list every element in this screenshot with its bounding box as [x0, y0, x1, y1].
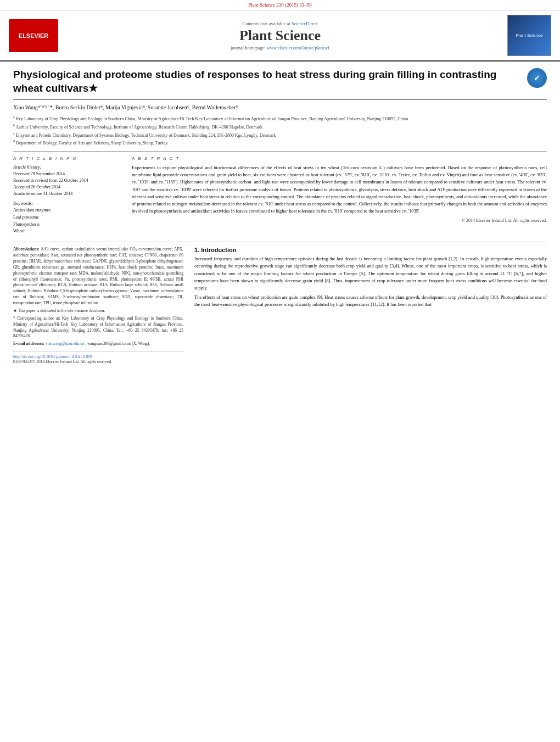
abbreviations-text: Abbreviations: A/Ci curve, carbon assimi…: [13, 247, 183, 306]
journal-reference-bar: Plant Science 230 (2015) 33–50: [0, 0, 560, 10]
footnotes-left: Abbreviations: A/Ci curve, carbon assimi…: [13, 247, 183, 364]
intro-para-2: The effects of heat stress on wheat prod…: [194, 294, 547, 308]
keyword-2: Leaf proteome: [13, 214, 123, 221]
affiliations-section: a Key Laboratory of Crop Physiology and …: [13, 115, 547, 147]
keyword-4: Wheat: [13, 228, 123, 235]
footnotes-area: Abbreviations: A/Ci curve, carbon assimi…: [13, 242, 547, 364]
main-content: Physiological and proteome studies of re…: [0, 62, 560, 373]
email-line: E-mail addresses: xiaowang@njau.edu.cn ,…: [13, 341, 183, 347]
email-label: E-mail addresses:: [13, 341, 44, 346]
doi-link[interactable]: http://dx.doi.org/10.1016/j.plantsci.201…: [13, 354, 183, 359]
journal-cover-area: Plant Science: [491, 15, 551, 56]
keyword-3: Photosynthesis: [13, 221, 123, 228]
accepted-date: Accepted 26 October 2014: [13, 184, 123, 191]
abstract-copyright: © 2014 Elsevier Ireland Ltd. All rights …: [132, 218, 547, 223]
page-header: ELSEVIER Contents lists available at Sci…: [0, 10, 560, 62]
email-sep: , wangxiao209@gmail.com (X. Wang).: [85, 341, 150, 346]
article-history: Article history: Received 29 September 2…: [13, 164, 123, 197]
journal-title: Plant Science: [74, 27, 486, 44]
journal-homepage-text: journal homepage: www.elsevier.com/locat…: [74, 45, 486, 51]
affiliation-c: c Enzyme and Protein Chemistry, Departme…: [13, 131, 547, 139]
journal-info-center: Contents lists available at ScienceDirec…: [74, 21, 486, 51]
history-label: Article history:: [13, 164, 123, 170]
issn-text: 0168-9452/© 2014 Elsevier Ireland Ltd. A…: [13, 359, 183, 364]
affiliation-d: d Department of Biology, Faculty of Arts…: [13, 139, 547, 147]
article-title: Physiological and proteome studies of re…: [13, 68, 522, 95]
journal-cover-image: Plant Science: [507, 15, 551, 56]
keywords-label: Keywords:: [13, 200, 123, 206]
publisher-logo-area: ELSEVIER: [9, 19, 69, 52]
intro-para-1: Increased frequency and duration of high…: [194, 255, 547, 292]
article-info-label: A R T I C L E I N F O: [13, 156, 123, 161]
introduction-text: Increased frequency and duration of high…: [194, 255, 547, 308]
journal-homepage-link[interactable]: www.elsevier.com/locate/plantsci: [267, 45, 329, 51]
abstract-column: A B S T R A C T Experiments to explore p…: [132, 156, 547, 235]
corresponding-note: * Corresponding author at: Key Laborator…: [13, 316, 183, 340]
crossmark-logo: ✓: [527, 68, 547, 88]
introduction-section: 1. Introduction Increased frequency and …: [194, 247, 547, 308]
abstract-text-content: Experiments to explore physiological and…: [132, 165, 547, 214]
keywords-section: Keywords: Antioxidant enzymes Leaf prote…: [13, 200, 123, 235]
abstract-body: Experiments to explore physiological and…: [132, 164, 547, 215]
keyword-1: Antioxidant enzymes: [13, 207, 123, 214]
doi-issn-block: http://dx.doi.org/10.1016/j.plantsci.201…: [13, 352, 183, 364]
elsevier-logo: ELSEVIER: [9, 19, 58, 52]
article-info-abstract-row: A R T I C L E I N F O Article history: R…: [13, 156, 547, 235]
available-date: Available online 31 October 2014: [13, 191, 123, 197]
star-note: ★ This paper is dedicated to the late Su…: [13, 308, 183, 314]
section-divider: [13, 151, 547, 152]
article-title-section: Physiological and proteome studies of re…: [13, 68, 547, 100]
introduction-heading: 1. Introduction: [194, 247, 547, 253]
abbreviations-block: Abbreviations: A/Ci curve, carbon assimi…: [13, 247, 183, 347]
introduction-column: 1. Introduction Increased frequency and …: [194, 247, 547, 364]
authors-line: Xiao Wangᵃ’ᵇ’ᶜ’*, Burcu Seckin Dinlerᵈ, …: [13, 103, 547, 111]
authors-text: Xiao Wangᵃ’ᵇ’ᶜ’*, Burcu Seckin Dinlerᵈ, …: [13, 104, 238, 110]
contents-available-text: Contents lists available at ScienceDirec…: [74, 21, 486, 26]
abbreviations-title: Abbreviations:: [13, 247, 40, 252]
abbreviations-content: A/Ci curve, carbon assimilation versus i…: [13, 247, 183, 305]
abstract-label: A B S T R A C T: [132, 156, 547, 161]
revised-date: Received in revised form 22 October 2014: [13, 177, 123, 184]
journal-ref-text: Plant Science 230 (2015) 33–50: [248, 2, 311, 8]
received-date: Received 29 September 2014: [13, 171, 123, 177]
affiliation-b: b Aarhus University, Faculty of Science …: [13, 123, 547, 131]
article-info-column: A R T I C L E I N F O Article history: R…: [13, 156, 123, 235]
sciencedirect-link[interactable]: ScienceDirect: [292, 21, 318, 26]
email-link-1[interactable]: xiaowang@njau.edu.cn: [46, 341, 85, 346]
keywords-list: Antioxidant enzymes Leaf proteome Photos…: [13, 207, 123, 235]
affiliation-a: a Key Laboratory of Crop Physiology and …: [13, 115, 547, 122]
